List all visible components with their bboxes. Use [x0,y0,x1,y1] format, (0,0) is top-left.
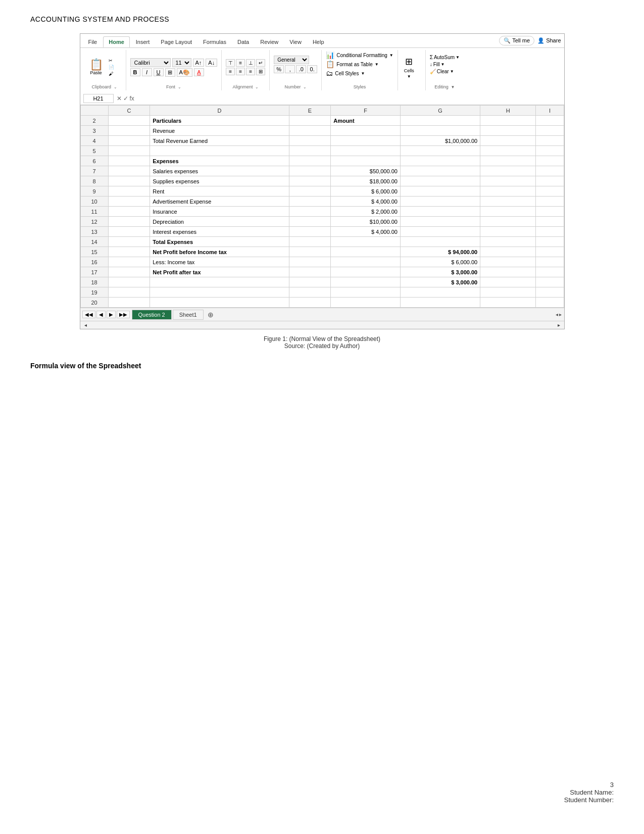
tab-help[interactable]: Help [308,37,329,47]
cell-styles-dropdown-icon[interactable]: ▼ [361,71,365,76]
cell-d[interactable]: Less: Income tax [150,257,289,267]
cell-d[interactable]: Salaries expenses [150,166,289,176]
cell-c[interactable] [108,176,150,186]
cell-i[interactable] [536,237,564,247]
row-header[interactable]: 20 [80,298,108,308]
cell-i[interactable] [536,176,564,186]
cell-e[interactable] [289,217,331,227]
cell-i[interactable] [536,156,564,166]
cell-styles-button[interactable]: 🗂 Cell Styles ▼ [326,69,393,77]
col-header-d[interactable]: D [150,106,289,116]
row-header[interactable]: 19 [80,287,108,298]
cell-c[interactable] [108,277,150,287]
cell-d[interactable]: Net Profit before Income tax [150,247,289,257]
cell-i[interactable] [536,186,564,197]
cell-g[interactable] [400,156,480,166]
cell-e[interactable] [289,287,331,298]
cell-h[interactable] [480,186,536,197]
cell-h[interactable] [480,197,536,207]
row-header[interactable]: 4 [80,136,108,146]
cell-i[interactable] [536,197,564,207]
col-header-e[interactable]: E [289,106,331,116]
increase-font-button[interactable]: A↑ [193,59,205,67]
sheet-tab-sheet1[interactable]: Sheet1 [173,310,204,320]
col-header-c[interactable]: C [108,106,150,116]
cell-f[interactable] [331,298,401,308]
tab-review[interactable]: Review [255,37,283,47]
row-header[interactable]: 3 [80,126,108,136]
cell-g[interactable]: $ 3,000.00 [400,277,480,287]
cell-d[interactable]: Depreciation [150,217,289,227]
cell-g[interactable] [400,116,480,126]
cell-f[interactable] [331,126,401,136]
cell-i[interactable] [536,217,564,227]
font-color-button[interactable]: A [194,68,204,76]
confirm-formula-icon[interactable]: ✓ [123,95,128,102]
cell-c[interactable] [108,126,150,136]
cell-c[interactable] [108,267,150,277]
cell-h[interactable] [480,277,536,287]
cut-button[interactable]: ✂ [107,58,116,64]
cell-g[interactable] [400,146,480,156]
cell-h[interactable] [480,257,536,267]
cell-c[interactable] [108,166,150,176]
cell-e[interactable] [289,298,331,308]
cell-c[interactable] [108,186,150,197]
cell-c[interactable] [108,136,150,146]
cell-c[interactable] [108,197,150,207]
cell-f[interactable]: $ 2,000.00 [331,207,401,217]
clipboard-expand-icon[interactable]: ⌄ [114,85,117,89]
autosum-dropdown-icon[interactable]: ▼ [456,55,460,60]
cell-d[interactable]: Total Expenses [150,237,289,247]
cell-i[interactable] [536,287,564,298]
row-header[interactable]: 17 [80,267,108,277]
cell-i[interactable] [536,116,564,126]
cell-e[interactable] [289,176,331,186]
percent-button[interactable]: % [274,65,284,73]
cell-h[interactable] [480,267,536,277]
cell-h[interactable] [480,176,536,186]
cell-h[interactable] [480,146,536,156]
cell-h[interactable] [480,156,536,166]
cell-f[interactable] [331,257,401,267]
row-header[interactable]: 2 [80,116,108,126]
cell-f[interactable]: $ 6,000.00 [331,186,401,197]
copy-button[interactable]: 📄 [107,64,116,70]
cell-e[interactable] [289,237,331,247]
cell-c[interactable] [108,227,150,237]
cell-h[interactable] [480,166,536,176]
cell-f[interactable]: $ 4,000.00 [331,197,401,207]
cell-f[interactable] [331,277,401,287]
cancel-formula-icon[interactable]: ✕ [117,95,122,102]
cell-i[interactable] [536,267,564,277]
cell-i[interactable] [536,247,564,257]
cell-e[interactable] [289,116,331,126]
cell-g[interactable]: $ 94,000.00 [400,247,480,257]
cell-g[interactable] [400,197,480,207]
wrap-text-button[interactable]: ↵ [256,59,265,67]
cell-g[interactable] [400,166,480,176]
cell-e[interactable] [289,257,331,267]
row-header[interactable]: 16 [80,257,108,267]
decrease-decimal-button[interactable]: 0. [307,65,317,73]
decrease-font-button[interactable]: A↓ [206,59,217,67]
cell-i[interactable] [536,207,564,217]
cell-g[interactable]: $1,00,000.00 [400,136,480,146]
alignment-expand-icon[interactable]: ⌄ [255,85,259,89]
cell-d[interactable]: Insurance [150,207,289,217]
cell-i[interactable] [536,257,564,267]
cell-c[interactable] [108,257,150,267]
share-button[interactable]: 👤 Share [537,37,561,44]
scroll-left-indicator[interactable]: ◂ [84,322,87,328]
cell-e[interactable] [289,186,331,197]
cell-e[interactable] [289,166,331,176]
cell-e[interactable] [289,197,331,207]
formula-input[interactable] [137,95,561,102]
cell-f[interactable]: Amount [331,116,401,126]
align-top-button[interactable]: ⊤ [226,59,235,67]
cell-h[interactable] [480,116,536,126]
conditional-dropdown-icon[interactable]: ▼ [389,53,393,58]
cell-d[interactable]: Rent [150,186,289,197]
paste-button[interactable]: 📋 Paste [87,58,105,76]
comma-button[interactable]: , [285,65,295,73]
